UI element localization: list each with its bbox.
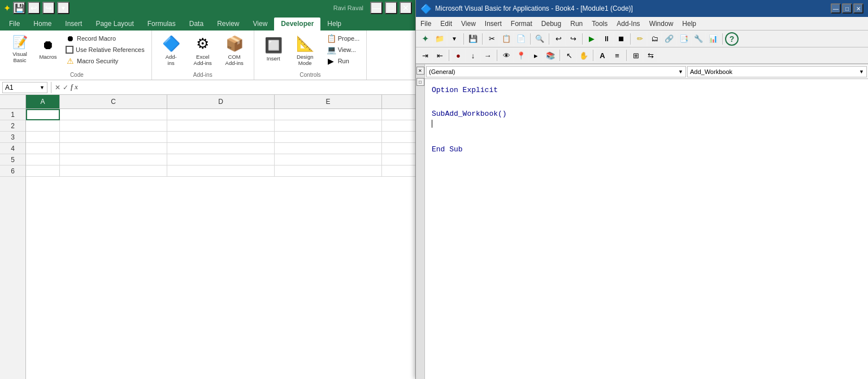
cell-e6[interactable]: [275, 165, 382, 177]
cell-e1[interactable]: [275, 109, 382, 120]
add-ins-button[interactable]: 🔷 Add-ins: [157, 33, 186, 69]
tab-view[interactable]: View: [246, 18, 275, 31]
quick-access-dropdown[interactable]: ▼: [57, 2, 70, 14]
vba-indent-btn[interactable]: ⇥: [418, 49, 432, 62]
vba-userform-btn[interactable]: 🗂: [648, 32, 661, 46]
cell-a6[interactable]: [26, 165, 60, 177]
vba-menu-edit[interactable]: Edit: [436, 17, 457, 30]
vba-redo-btn[interactable]: ↪: [566, 32, 580, 46]
vba-menu-tools[interactable]: Tools: [587, 17, 612, 30]
vba-save-btn[interactable]: 💾: [466, 32, 480, 46]
redo-button[interactable]: ↪: [42, 2, 55, 14]
confirm-formula-icon[interactable]: ✓: [63, 84, 68, 92]
cell-e4[interactable]: [275, 143, 382, 154]
insert-control-button[interactable]: 🔲 Insert: [259, 33, 288, 66]
save-button[interactable]: 💾: [13, 2, 25, 14]
vba-menu-view[interactable]: View: [457, 17, 480, 30]
cell-c5[interactable]: [60, 154, 167, 165]
cell-c4[interactable]: [60, 143, 167, 154]
vba-close-button[interactable]: ✕: [853, 3, 863, 14]
maximize-button[interactable]: □: [385, 2, 397, 14]
tab-review[interactable]: Review: [210, 18, 246, 31]
minimize-button[interactable]: —: [370, 2, 383, 14]
vba-maximize-button[interactable]: □: [842, 3, 852, 14]
vba-move-btn[interactable]: ✋: [577, 49, 591, 62]
cell-a2[interactable]: [26, 120, 60, 132]
vba-panel-collapse-btn[interactable]: ✕: [416, 67, 424, 75]
tab-data[interactable]: Data: [183, 18, 210, 31]
vba-paste-btn[interactable]: 📄: [514, 32, 528, 46]
vba-find-btn[interactable]: 🔍: [533, 32, 546, 46]
cell-a4[interactable]: [26, 143, 60, 154]
vba-modules-btn[interactable]: 📑: [677, 32, 691, 46]
view-code-button[interactable]: 💻 View...: [324, 44, 362, 55]
vba-dropdown-btn[interactable]: ▼: [448, 32, 461, 46]
tab-formulas[interactable]: Formulas: [141, 18, 183, 31]
cell-e2[interactable]: [275, 120, 382, 132]
cell-a1[interactable]: [26, 109, 60, 120]
vba-outdent-btn[interactable]: ⇤: [433, 49, 446, 62]
vba-align-btn[interactable]: ≡: [610, 49, 624, 62]
cell-e5[interactable]: [275, 154, 382, 165]
vba-more1-btn[interactable]: 🔧: [692, 32, 705, 46]
vba-classes-btn[interactable]: 🔗: [662, 32, 676, 46]
vba-cut-btn[interactable]: ✂: [485, 32, 498, 46]
vba-menu-window[interactable]: Window: [645, 17, 678, 30]
col-header-a[interactable]: A: [26, 95, 60, 108]
cell-d5[interactable]: [167, 154, 275, 165]
cell-c6[interactable]: [60, 165, 167, 177]
cell-c2[interactable]: [60, 120, 167, 132]
cell-d4[interactable]: [167, 143, 275, 154]
use-relative-references-button[interactable]: Use Relative References: [63, 44, 147, 55]
cell-c1[interactable]: [60, 109, 167, 120]
vba-menu-debug[interactable]: Debug: [537, 17, 566, 30]
properties-button[interactable]: 📋 Prope...: [324, 33, 362, 43]
vba-copy-btn[interactable]: 📋: [500, 32, 513, 46]
vba-undo-btn[interactable]: ↩: [552, 32, 565, 46]
vba-project-btn[interactable]: 📁: [433, 32, 446, 46]
vba-minimize-button[interactable]: —: [831, 3, 841, 14]
record-macro-button[interactable]: ⏺ Record Macro: [63, 33, 147, 43]
vba-help-btn[interactable]: ?: [725, 32, 739, 46]
tab-file[interactable]: File: [2, 18, 27, 31]
tab-page-layout[interactable]: Page Layout: [89, 18, 140, 31]
vba-menu-run[interactable]: Run: [566, 17, 587, 30]
vba-procedure-dropdown[interactable]: Add_Workbook ▼: [687, 66, 867, 77]
vba-tab-order-btn[interactable]: ⇆: [644, 49, 657, 62]
function-icon[interactable]: f x: [71, 83, 78, 92]
cell-a3[interactable]: [26, 132, 60, 143]
vba-more2-btn[interactable]: 📊: [706, 32, 720, 46]
vba-panel-collapse-btn2[interactable]: □: [416, 78, 424, 86]
tab-insert[interactable]: Insert: [58, 18, 89, 31]
vba-menu-file[interactable]: File: [416, 17, 436, 30]
run-dialog-button[interactable]: ▶ Run: [324, 55, 362, 66]
vba-code-editor[interactable]: Option Explicit Sub Add_Workbook() End S…: [425, 79, 868, 379]
cell-d6[interactable]: [167, 165, 275, 177]
cancel-formula-icon[interactable]: ✕: [55, 84, 60, 92]
vba-general-dropdown[interactable]: (General) ▼: [426, 66, 686, 77]
tab-developer[interactable]: Developer: [274, 18, 320, 31]
vba-design-btn[interactable]: ✏: [633, 32, 646, 46]
name-box[interactable]: A1 ▼: [2, 82, 47, 93]
tab-help[interactable]: Help: [320, 18, 348, 31]
cell-c3[interactable]: [60, 132, 167, 143]
vba-grid-btn[interactable]: ⊞: [629, 49, 643, 62]
vba-text-btn[interactable]: A: [596, 49, 609, 62]
vba-locals-btn[interactable]: 📍: [514, 49, 528, 62]
excel-add-ins-button[interactable]: ⚙ ExcelAdd-ins: [188, 33, 218, 69]
vba-stop-btn[interactable]: ⏹: [614, 32, 628, 46]
vba-excel-icon-btn[interactable]: ✦: [418, 32, 432, 46]
formula-input[interactable]: [80, 82, 413, 93]
macro-security-button[interactable]: ⚠ Macro Security: [63, 55, 147, 66]
cell-d3[interactable]: [167, 132, 275, 143]
vba-menu-insert[interactable]: Insert: [480, 17, 506, 30]
vba-call-stack-btn[interactable]: 📚: [544, 49, 557, 62]
com-add-ins-button[interactable]: 📦 COMAdd-ins: [220, 33, 249, 69]
undo-button[interactable]: ↩: [28, 2, 40, 14]
col-header-c[interactable]: C: [60, 95, 167, 108]
vba-menu-format[interactable]: Format: [506, 17, 537, 30]
vba-menu-addins[interactable]: Add-Ins: [612, 17, 644, 30]
col-header-e[interactable]: E: [275, 95, 382, 108]
vba-watch-btn[interactable]: 👁: [500, 49, 513, 62]
vba-run-btn[interactable]: ▶: [585, 32, 598, 46]
